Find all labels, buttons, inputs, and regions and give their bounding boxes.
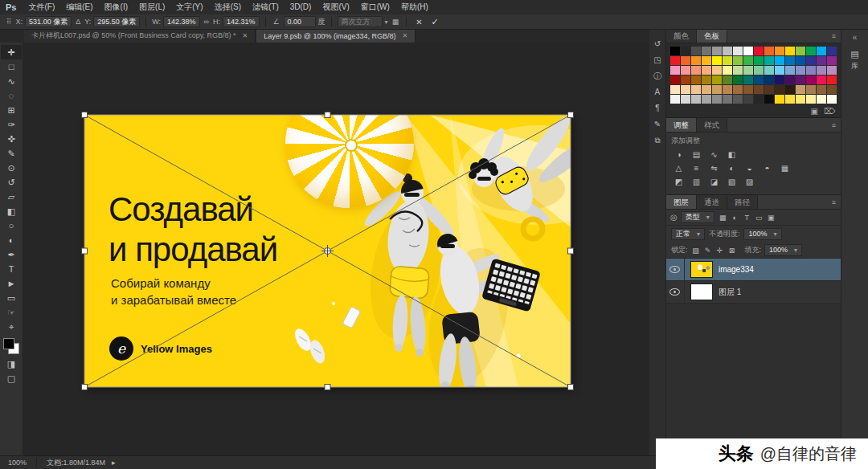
transform-handle[interactable] [82, 248, 88, 254]
layer-row[interactable]: image334 [666, 259, 841, 281]
swatch[interactable] [743, 56, 753, 65]
channel-mixer-icon[interactable]: ◓ [760, 163, 775, 174]
transform-handle[interactable] [82, 112, 88, 118]
close-tab-icon[interactable]: ✕ [403, 32, 408, 39]
opacity-input[interactable]: 100% ▾ [743, 228, 781, 240]
swatch[interactable] [827, 66, 837, 75]
screen-mode-button[interactable]: ▢ [1, 371, 22, 385]
swatch[interactable] [785, 56, 795, 65]
panel-tab[interactable]: 图层 [666, 195, 697, 209]
layer-thumbnail[interactable] [690, 283, 713, 300]
swatch[interactable] [796, 85, 805, 94]
menu-item[interactable]: 图层(L) [133, 0, 170, 14]
foreground-color-swatch[interactable] [3, 338, 14, 349]
menu-item[interactable]: 窗口(W) [355, 0, 395, 14]
swatch[interactable] [764, 47, 774, 55]
blend-mode-select[interactable]: 正常 ▾ [671, 228, 705, 240]
quick-mask-mode-button[interactable]: ◨ [1, 357, 22, 371]
panel-menu-icon[interactable]: ≡ [827, 32, 841, 40]
swatch[interactable] [723, 95, 732, 104]
panel-tab[interactable]: 调整 [666, 118, 697, 132]
swatch[interactable] [691, 85, 701, 94]
brush-tool[interactable]: ✎ [1, 146, 22, 161]
swatch[interactable] [806, 75, 816, 84]
layer-visibility-toggle[interactable] [666, 281, 685, 303]
swatch[interactable] [723, 66, 732, 75]
swatch[interactable] [754, 95, 764, 104]
transform-handle[interactable] [568, 385, 574, 390]
filter-smart-objects-icon[interactable]: ▣ [766, 214, 776, 222]
gradient-map-icon[interactable]: ▧ [724, 177, 739, 188]
swatch[interactable] [670, 85, 680, 94]
swatch[interactable] [681, 85, 690, 94]
swatch[interactable] [754, 66, 764, 75]
pen-tool[interactable]: ✒ [1, 247, 22, 262]
height-input[interactable]: 142.31% [223, 16, 260, 27]
menu-item[interactable]: 滤镜(T) [247, 0, 285, 14]
menu-item[interactable]: 文字(Y) [170, 0, 208, 14]
swatch[interactable] [743, 95, 753, 104]
swatch[interactable] [712, 56, 722, 65]
swatch[interactable] [702, 66, 711, 75]
transform-handle[interactable] [568, 112, 574, 118]
swatch[interactable] [785, 75, 795, 84]
swatch[interactable] [827, 95, 837, 104]
swatch[interactable] [827, 47, 837, 55]
transform-handle[interactable] [325, 385, 330, 390]
lock-transparent-pixels-icon[interactable]: ▨ [690, 247, 700, 255]
menu-item[interactable]: 选择(S) [209, 0, 247, 14]
fill-input[interactable]: 100% ▾ [764, 244, 802, 256]
swatch[interactable] [743, 47, 753, 55]
swatch[interactable] [775, 95, 784, 104]
swatch[interactable] [712, 75, 722, 84]
y-input[interactable]: 295.50 像素 [93, 16, 140, 27]
layer-search-icon[interactable]: ◎ [670, 213, 678, 222]
color-balance-icon[interactable]: ⇋ [706, 163, 722, 174]
crop-tool[interactable]: ⊞ [1, 103, 22, 117]
swatch[interactable] [691, 56, 701, 65]
swatch[interactable] [775, 66, 784, 75]
swatch[interactable] [733, 56, 743, 65]
panel-tab[interactable]: 色板 [697, 29, 727, 43]
hue-saturation-icon[interactable]: ≡ [689, 163, 704, 174]
vibrance-icon[interactable]: △ [671, 163, 686, 174]
swatch[interactable] [691, 95, 701, 104]
menu-item[interactable]: 帮助(H) [395, 0, 434, 14]
shape-tool[interactable]: ▭ [1, 291, 22, 305]
dodge-tool[interactable]: ◐ [1, 233, 22, 247]
swatch[interactable] [796, 95, 805, 104]
swatch[interactable] [712, 66, 722, 75]
swatch[interactable] [681, 95, 690, 104]
foreground-background-colors[interactable] [3, 338, 19, 354]
swatch[interactable] [681, 47, 690, 55]
threshold-icon[interactable]: ◪ [706, 177, 722, 188]
angle-input[interactable]: 0.00 [284, 16, 316, 27]
swatch[interactable] [670, 47, 680, 55]
swatch[interactable] [775, 75, 784, 84]
swatch[interactable] [723, 85, 732, 94]
swatch[interactable] [743, 75, 753, 84]
layer-thumbnail[interactable] [690, 261, 713, 278]
swatch[interactable] [764, 75, 774, 84]
filter-adjustment-layers-icon[interactable]: ◐ [730, 214, 740, 222]
swatch[interactable] [827, 56, 837, 65]
expand-panels-icon[interactable]: « [853, 33, 858, 42]
blur-tool[interactable]: ○ [1, 218, 22, 233]
swatch[interactable] [670, 56, 680, 65]
swatch[interactable] [754, 75, 764, 84]
transform-handle[interactable] [325, 112, 330, 118]
clone-stamp-tool[interactable]: ⊙ [1, 161, 22, 175]
maintain-aspect-ratio-icon[interactable]: ∞ [203, 18, 211, 26]
swatch[interactable] [681, 66, 690, 75]
relative-position-icon[interactable]: Δ [74, 18, 82, 26]
panel-tab[interactable]: 路径 [727, 195, 758, 209]
filter-pixel-layers-icon[interactable]: ▦ [718, 214, 728, 222]
width-input[interactable]: 142.38% [163, 16, 200, 27]
posterize-icon[interactable]: ▥ [689, 177, 704, 188]
swatch[interactable] [817, 75, 826, 84]
lock-position-icon[interactable]: ✛ [714, 247, 724, 255]
swatch[interactable] [702, 56, 711, 65]
swatch[interactable] [691, 47, 701, 55]
swatch[interactable] [806, 56, 816, 65]
swatch[interactable] [775, 85, 784, 94]
